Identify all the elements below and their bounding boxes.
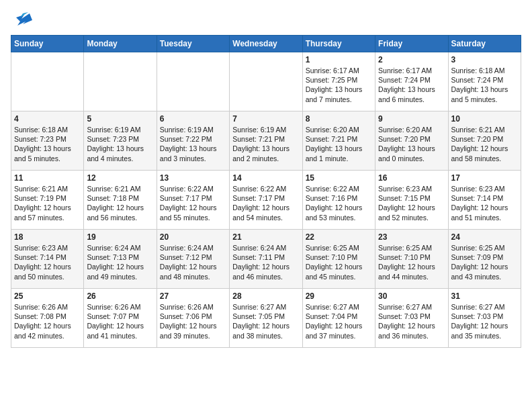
day-number: 12	[87, 173, 153, 183]
calendar-cell: 15Sunrise: 6:22 AM Sunset: 7:16 PM Dayli…	[302, 171, 375, 230]
svg-marker-0	[16, 13, 32, 26]
calendar-cell: 23Sunrise: 6:25 AM Sunset: 7:10 PM Dayli…	[375, 230, 448, 289]
calendar-cell	[11, 52, 84, 111]
day-info: Sunrise: 6:25 AM Sunset: 7:09 PM Dayligh…	[451, 243, 518, 281]
calendar-cell: 16Sunrise: 6:23 AM Sunset: 7:15 PM Dayli…	[375, 171, 448, 230]
day-number: 30	[378, 291, 445, 301]
day-info: Sunrise: 6:22 AM Sunset: 7:17 PM Dayligh…	[160, 184, 226, 222]
calendar-cell: 5Sunrise: 6:19 AM Sunset: 7:23 PM Daylig…	[84, 111, 157, 171]
day-info: Sunrise: 6:19 AM Sunset: 7:21 PM Dayligh…	[232, 125, 299, 163]
day-number: 9	[378, 114, 445, 124]
calendar-cell: 29Sunrise: 6:27 AM Sunset: 7:04 PM Dayli…	[302, 289, 375, 348]
week-row-2: 4Sunrise: 6:18 AM Sunset: 7:23 PM Daylig…	[11, 111, 521, 171]
day-info: Sunrise: 6:22 AM Sunset: 7:17 PM Dayligh…	[232, 184, 299, 222]
calendar-cell: 25Sunrise: 6:26 AM Sunset: 7:08 PM Dayli…	[11, 289, 84, 348]
day-info: Sunrise: 6:25 AM Sunset: 7:10 PM Dayligh…	[306, 243, 372, 281]
calendar-cell: 20Sunrise: 6:24 AM Sunset: 7:12 PM Dayli…	[157, 230, 229, 289]
weekday-header-row: SundayMondayTuesdayWednesdayThursdayFrid…	[11, 36, 521, 52]
day-info: Sunrise: 6:26 AM Sunset: 7:07 PM Dayligh…	[87, 302, 153, 340]
calendar-cell: 12Sunrise: 6:21 AM Sunset: 7:18 PM Dayli…	[84, 171, 157, 230]
day-info: Sunrise: 6:17 AM Sunset: 7:25 PM Dayligh…	[306, 66, 372, 104]
day-info: Sunrise: 6:20 AM Sunset: 7:21 PM Dayligh…	[306, 125, 372, 163]
calendar-cell: 27Sunrise: 6:26 AM Sunset: 7:06 PM Dayli…	[157, 289, 229, 348]
calendar-cell: 4Sunrise: 6:18 AM Sunset: 7:23 PM Daylig…	[11, 111, 84, 171]
day-info: Sunrise: 6:27 AM Sunset: 7:05 PM Dayligh…	[232, 302, 299, 340]
day-number: 1	[306, 55, 372, 64]
day-info: Sunrise: 6:26 AM Sunset: 7:06 PM Dayligh…	[160, 302, 226, 340]
weekday-header-saturday: Saturday	[448, 36, 521, 52]
day-number: 26	[87, 291, 153, 301]
day-info: Sunrise: 6:18 AM Sunset: 7:24 PM Dayligh…	[451, 66, 518, 104]
day-info: Sunrise: 6:24 AM Sunset: 7:13 PM Dayligh…	[87, 243, 153, 281]
day-number: 14	[232, 173, 299, 183]
calendar-cell: 28Sunrise: 6:27 AM Sunset: 7:05 PM Dayli…	[230, 289, 302, 348]
calendar-cell: 6Sunrise: 6:19 AM Sunset: 7:22 PM Daylig…	[157, 111, 229, 171]
calendar-table: SundayMondayTuesdayWednesdayThursdayFrid…	[11, 35, 521, 348]
day-number: 5	[87, 114, 153, 124]
day-info: Sunrise: 6:19 AM Sunset: 7:22 PM Dayligh…	[160, 125, 226, 163]
calendar-cell: 18Sunrise: 6:23 AM Sunset: 7:14 PM Dayli…	[11, 230, 84, 289]
day-info: Sunrise: 6:26 AM Sunset: 7:08 PM Dayligh…	[14, 302, 81, 340]
calendar-cell	[230, 52, 302, 111]
day-number: 2	[378, 55, 445, 64]
day-number: 27	[160, 291, 226, 301]
day-info: Sunrise: 6:21 AM Sunset: 7:18 PM Dayligh…	[87, 184, 153, 222]
day-number: 13	[160, 173, 226, 183]
calendar-cell: 13Sunrise: 6:22 AM Sunset: 7:17 PM Dayli…	[157, 171, 229, 230]
day-number: 24	[451, 232, 518, 242]
day-info: Sunrise: 6:27 AM Sunset: 7:04 PM Dayligh…	[306, 302, 372, 340]
logo	[11, 11, 35, 30]
calendar-cell: 10Sunrise: 6:21 AM Sunset: 7:20 PM Dayli…	[448, 111, 521, 171]
day-number: 29	[306, 291, 372, 301]
day-number: 25	[14, 291, 81, 301]
day-number: 11	[14, 173, 81, 183]
day-info: Sunrise: 6:27 AM Sunset: 7:03 PM Dayligh…	[451, 302, 518, 340]
day-number: 15	[306, 173, 372, 183]
calendar-cell: 3Sunrise: 6:18 AM Sunset: 7:24 PM Daylig…	[448, 52, 521, 111]
week-row-3: 11Sunrise: 6:21 AM Sunset: 7:19 PM Dayli…	[11, 171, 521, 230]
calendar-cell: 11Sunrise: 6:21 AM Sunset: 7:19 PM Dayli…	[11, 171, 84, 230]
calendar-cell	[84, 52, 157, 111]
day-info: Sunrise: 6:21 AM Sunset: 7:19 PM Dayligh…	[14, 184, 81, 222]
weekday-header-friday: Friday	[375, 36, 448, 52]
day-number: 7	[232, 114, 299, 124]
day-info: Sunrise: 6:24 AM Sunset: 7:12 PM Dayligh…	[160, 243, 226, 281]
day-number: 6	[160, 114, 226, 124]
day-info: Sunrise: 6:18 AM Sunset: 7:23 PM Dayligh…	[14, 125, 81, 163]
day-info: Sunrise: 6:17 AM Sunset: 7:24 PM Dayligh…	[378, 66, 445, 104]
day-number: 17	[451, 173, 518, 183]
day-info: Sunrise: 6:21 AM Sunset: 7:20 PM Dayligh…	[451, 125, 518, 163]
calendar-cell: 31Sunrise: 6:27 AM Sunset: 7:03 PM Dayli…	[448, 289, 521, 348]
calendar-cell: 30Sunrise: 6:27 AM Sunset: 7:03 PM Dayli…	[375, 289, 448, 348]
weekday-header-tuesday: Tuesday	[157, 36, 229, 52]
weekday-header-wednesday: Wednesday	[230, 36, 302, 52]
weekday-header-thursday: Thursday	[302, 36, 375, 52]
day-number: 18	[14, 232, 81, 242]
weekday-header-monday: Monday	[84, 36, 157, 52]
calendar-cell: 19Sunrise: 6:24 AM Sunset: 7:13 PM Dayli…	[84, 230, 157, 289]
day-number: 19	[87, 232, 153, 242]
day-info: Sunrise: 6:27 AM Sunset: 7:03 PM Dayligh…	[378, 302, 445, 340]
weekday-header-sunday: Sunday	[11, 36, 84, 52]
week-row-5: 25Sunrise: 6:26 AM Sunset: 7:08 PM Dayli…	[11, 289, 521, 348]
day-info: Sunrise: 6:25 AM Sunset: 7:10 PM Dayligh…	[378, 243, 445, 281]
day-number: 28	[232, 291, 299, 301]
calendar-cell: 21Sunrise: 6:24 AM Sunset: 7:11 PM Dayli…	[230, 230, 302, 289]
calendar-cell: 8Sunrise: 6:20 AM Sunset: 7:21 PM Daylig…	[302, 111, 375, 171]
week-row-1: 1Sunrise: 6:17 AM Sunset: 7:25 PM Daylig…	[11, 52, 521, 111]
day-number: 21	[232, 232, 299, 242]
calendar-cell: 22Sunrise: 6:25 AM Sunset: 7:10 PM Dayli…	[302, 230, 375, 289]
day-info: Sunrise: 6:23 AM Sunset: 7:14 PM Dayligh…	[14, 243, 81, 281]
day-number: 16	[378, 173, 445, 183]
calendar-cell: 9Sunrise: 6:20 AM Sunset: 7:20 PM Daylig…	[375, 111, 448, 171]
calendar-cell: 7Sunrise: 6:19 AM Sunset: 7:21 PM Daylig…	[230, 111, 302, 171]
day-info: Sunrise: 6:23 AM Sunset: 7:14 PM Dayligh…	[451, 184, 518, 222]
day-number: 22	[306, 232, 372, 242]
day-number: 8	[306, 114, 372, 124]
day-info: Sunrise: 6:24 AM Sunset: 7:11 PM Dayligh…	[232, 243, 299, 281]
logo-bird-icon	[11, 11, 32, 30]
calendar-cell: 1Sunrise: 6:17 AM Sunset: 7:25 PM Daylig…	[302, 52, 375, 111]
week-row-4: 18Sunrise: 6:23 AM Sunset: 7:14 PM Dayli…	[11, 230, 521, 289]
day-info: Sunrise: 6:23 AM Sunset: 7:15 PM Dayligh…	[378, 184, 445, 222]
calendar-cell	[157, 52, 229, 111]
